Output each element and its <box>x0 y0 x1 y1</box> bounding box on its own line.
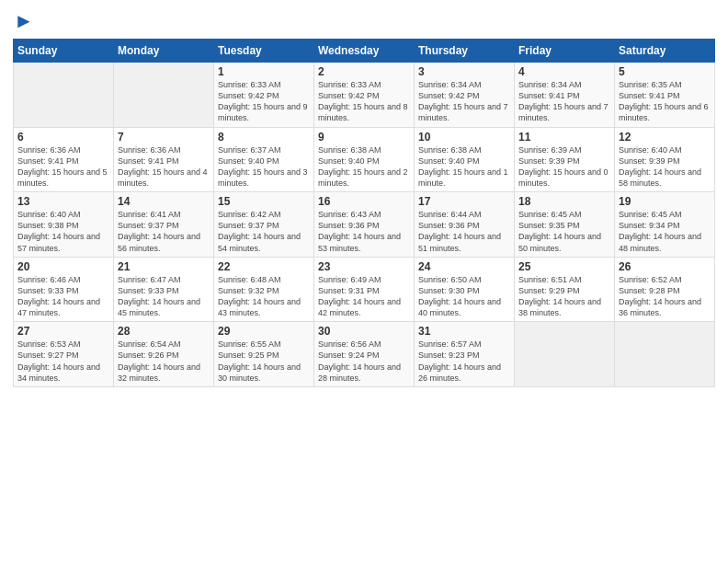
calendar-cell: 11Sunrise: 6:39 AM Sunset: 9:39 PM Dayli… <box>515 127 615 192</box>
day-number: 28 <box>118 325 210 338</box>
weekday-header-tuesday: Tuesday <box>214 40 314 63</box>
header: ► <box>13 9 715 33</box>
day-info: Sunrise: 6:51 AM Sunset: 9:29 PM Dayligh… <box>518 274 610 319</box>
calendar-cell: 16Sunrise: 6:43 AM Sunset: 9:36 PM Dayli… <box>314 192 415 258</box>
day-number: 26 <box>619 260 711 273</box>
day-number: 31 <box>418 325 510 338</box>
calendar-cell: 8Sunrise: 6:37 AM Sunset: 9:40 PM Daylig… <box>214 127 314 192</box>
calendar-cell: 19Sunrise: 6:45 AM Sunset: 9:34 PM Dayli… <box>615 192 715 258</box>
calendar-cell: 18Sunrise: 6:45 AM Sunset: 9:35 PM Dayli… <box>515 192 615 258</box>
day-number: 5 <box>619 65 711 78</box>
weekday-header-monday: Monday <box>114 40 214 63</box>
day-number: 6 <box>17 131 109 144</box>
weekday-header-friday: Friday <box>515 40 615 63</box>
day-number: 10 <box>418 131 510 144</box>
day-number: 14 <box>118 195 210 208</box>
day-info: Sunrise: 6:57 AM Sunset: 9:23 PM Dayligh… <box>418 339 510 384</box>
weekday-header-wednesday: Wednesday <box>314 40 415 63</box>
calendar-cell: 21Sunrise: 6:47 AM Sunset: 9:33 PM Dayli… <box>114 257 214 322</box>
day-info: Sunrise: 6:40 AM Sunset: 9:39 PM Dayligh… <box>619 144 711 190</box>
day-number: 25 <box>518 260 610 273</box>
day-info: Sunrise: 6:33 AM Sunset: 9:42 PM Dayligh… <box>318 79 410 124</box>
weekday-header-saturday: Saturday <box>615 40 715 63</box>
calendar-week-row: 13Sunrise: 6:40 AM Sunset: 9:38 PM Dayli… <box>14 192 715 258</box>
calendar-week-row: 27Sunrise: 6:53 AM Sunset: 9:27 PM Dayli… <box>14 322 715 387</box>
calendar-week-row: 6Sunrise: 6:36 AM Sunset: 9:41 PM Daylig… <box>14 127 715 192</box>
day-info: Sunrise: 6:40 AM Sunset: 9:38 PM Dayligh… <box>17 209 109 254</box>
day-number: 18 <box>518 195 610 208</box>
logo-arrow-icon: ► <box>14 9 34 33</box>
day-number: 8 <box>218 131 310 144</box>
calendar-cell <box>14 63 114 128</box>
day-info: Sunrise: 6:46 AM Sunset: 9:33 PM Dayligh… <box>17 274 109 319</box>
day-number: 13 <box>17 195 109 208</box>
day-info: Sunrise: 6:55 AM Sunset: 9:25 PM Dayligh… <box>218 339 310 384</box>
day-number: 7 <box>118 131 210 144</box>
day-info: Sunrise: 6:53 AM Sunset: 9:27 PM Dayligh… <box>17 339 109 384</box>
calendar-cell <box>114 63 214 128</box>
main-container: ► SundayMondayTuesdayWednesdayThursdayFr… <box>0 0 728 563</box>
calendar-cell: 20Sunrise: 6:46 AM Sunset: 9:33 PM Dayli… <box>14 257 114 322</box>
day-info: Sunrise: 6:36 AM Sunset: 9:41 PM Dayligh… <box>118 144 210 190</box>
calendar-table: SundayMondayTuesdayWednesdayThursdayFrid… <box>13 39 715 387</box>
day-info: Sunrise: 6:33 AM Sunset: 9:42 PM Dayligh… <box>218 79 310 124</box>
calendar-cell: 10Sunrise: 6:38 AM Sunset: 9:40 PM Dayli… <box>415 127 515 192</box>
calendar-cell: 5Sunrise: 6:35 AM Sunset: 9:41 PM Daylig… <box>615 63 715 128</box>
day-number: 21 <box>118 260 210 273</box>
day-info: Sunrise: 6:52 AM Sunset: 9:28 PM Dayligh… <box>619 274 711 319</box>
calendar-cell: 2Sunrise: 6:33 AM Sunset: 9:42 PM Daylig… <box>314 63 415 128</box>
day-info: Sunrise: 6:50 AM Sunset: 9:30 PM Dayligh… <box>418 274 510 319</box>
day-info: Sunrise: 6:54 AM Sunset: 9:26 PM Dayligh… <box>118 339 210 384</box>
day-info: Sunrise: 6:36 AM Sunset: 9:41 PM Dayligh… <box>17 144 109 190</box>
calendar-cell: 12Sunrise: 6:40 AM Sunset: 9:39 PM Dayli… <box>615 127 715 192</box>
day-info: Sunrise: 6:38 AM Sunset: 9:40 PM Dayligh… <box>318 144 410 190</box>
weekday-header-row: SundayMondayTuesdayWednesdayThursdayFrid… <box>14 40 715 63</box>
day-info: Sunrise: 6:49 AM Sunset: 9:31 PM Dayligh… <box>318 274 410 319</box>
day-number: 17 <box>418 195 510 208</box>
day-info: Sunrise: 6:56 AM Sunset: 9:24 PM Dayligh… <box>318 339 410 384</box>
day-info: Sunrise: 6:42 AM Sunset: 9:37 PM Dayligh… <box>218 209 310 254</box>
calendar-cell <box>515 322 615 387</box>
day-info: Sunrise: 6:48 AM Sunset: 9:32 PM Dayligh… <box>218 274 310 319</box>
logo: ► <box>13 9 34 33</box>
day-info: Sunrise: 6:34 AM Sunset: 9:42 PM Dayligh… <box>418 79 510 124</box>
day-number: 11 <box>518 131 610 144</box>
day-number: 27 <box>17 325 109 338</box>
day-info: Sunrise: 6:41 AM Sunset: 9:37 PM Dayligh… <box>118 209 210 254</box>
logo-text: ► <box>13 9 34 33</box>
calendar-week-row: 1Sunrise: 6:33 AM Sunset: 9:42 PM Daylig… <box>14 63 715 128</box>
calendar-cell: 14Sunrise: 6:41 AM Sunset: 9:37 PM Dayli… <box>114 192 214 258</box>
day-number: 20 <box>17 260 109 273</box>
day-info: Sunrise: 6:44 AM Sunset: 9:36 PM Dayligh… <box>418 209 510 254</box>
calendar-cell: 6Sunrise: 6:36 AM Sunset: 9:41 PM Daylig… <box>14 127 114 192</box>
day-number: 12 <box>619 131 711 144</box>
calendar-cell: 24Sunrise: 6:50 AM Sunset: 9:30 PM Dayli… <box>415 257 515 322</box>
calendar-cell: 28Sunrise: 6:54 AM Sunset: 9:26 PM Dayli… <box>114 322 214 387</box>
calendar-cell: 3Sunrise: 6:34 AM Sunset: 9:42 PM Daylig… <box>415 63 515 128</box>
calendar-cell: 26Sunrise: 6:52 AM Sunset: 9:28 PM Dayli… <box>615 257 715 322</box>
day-info: Sunrise: 6:43 AM Sunset: 9:36 PM Dayligh… <box>318 209 410 254</box>
day-number: 23 <box>318 260 410 273</box>
calendar-cell: 27Sunrise: 6:53 AM Sunset: 9:27 PM Dayli… <box>14 322 114 387</box>
day-number: 2 <box>318 65 410 78</box>
calendar-cell: 30Sunrise: 6:56 AM Sunset: 9:24 PM Dayli… <box>314 322 415 387</box>
day-info: Sunrise: 6:47 AM Sunset: 9:33 PM Dayligh… <box>118 274 210 319</box>
day-info: Sunrise: 6:39 AM Sunset: 9:39 PM Dayligh… <box>518 144 610 190</box>
calendar-week-row: 20Sunrise: 6:46 AM Sunset: 9:33 PM Dayli… <box>14 257 715 322</box>
calendar-cell: 15Sunrise: 6:42 AM Sunset: 9:37 PM Dayli… <box>214 192 314 258</box>
calendar-cell: 22Sunrise: 6:48 AM Sunset: 9:32 PM Dayli… <box>214 257 314 322</box>
calendar-cell: 1Sunrise: 6:33 AM Sunset: 9:42 PM Daylig… <box>214 63 314 128</box>
day-info: Sunrise: 6:38 AM Sunset: 9:40 PM Dayligh… <box>418 144 510 190</box>
day-info: Sunrise: 6:35 AM Sunset: 9:41 PM Dayligh… <box>619 79 711 124</box>
day-number: 19 <box>619 195 711 208</box>
weekday-header-thursday: Thursday <box>415 40 515 63</box>
calendar-cell: 31Sunrise: 6:57 AM Sunset: 9:23 PM Dayli… <box>415 322 515 387</box>
calendar-cell: 13Sunrise: 6:40 AM Sunset: 9:38 PM Dayli… <box>14 192 114 258</box>
day-info: Sunrise: 6:34 AM Sunset: 9:41 PM Dayligh… <box>518 79 610 124</box>
day-number: 30 <box>318 325 410 338</box>
day-info: Sunrise: 6:45 AM Sunset: 9:34 PM Dayligh… <box>619 209 711 254</box>
day-number: 1 <box>218 65 310 78</box>
calendar-cell: 17Sunrise: 6:44 AM Sunset: 9:36 PM Dayli… <box>415 192 515 258</box>
day-number: 29 <box>218 325 310 338</box>
day-number: 16 <box>318 195 410 208</box>
